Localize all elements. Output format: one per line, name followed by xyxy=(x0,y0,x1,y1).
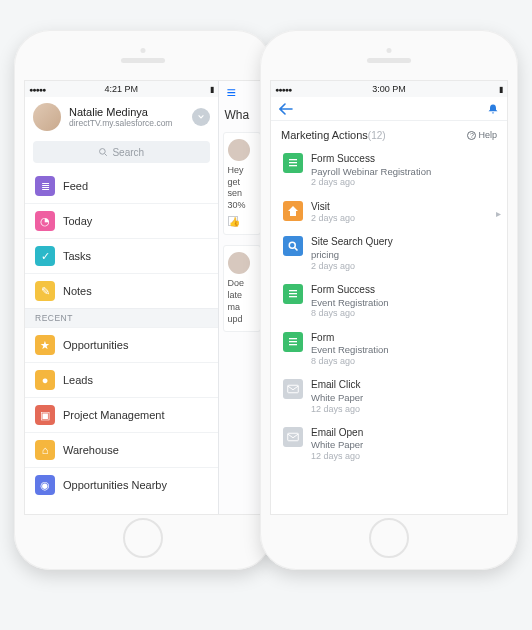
marketing-action-item[interactable]: Form SuccessEvent Registration8 days ago xyxy=(273,278,505,326)
menu-item-opportunities-nearby[interactable]: ◉ Opportunities Nearby xyxy=(25,467,218,502)
action-title: Form Success xyxy=(311,284,389,297)
camera-dot xyxy=(141,48,146,53)
svg-rect-12 xyxy=(289,344,297,345)
mail-icon xyxy=(283,427,303,447)
marketing-action-item[interactable]: Visit2 days ago▸ xyxy=(273,195,505,231)
status-bar: ●●●●● 3:00 PM ▮ xyxy=(271,81,507,97)
screen-left: ●●●●● 4:21 PM ▮ Natalie Medinya directTV… xyxy=(24,80,262,515)
like-icon[interactable]: 👍 xyxy=(228,216,238,226)
action-subtitle: Event Registration xyxy=(311,297,389,309)
menu-label: Opportunities xyxy=(63,339,128,351)
action-time: 8 days ago xyxy=(311,308,389,319)
recent-header: RECENT xyxy=(25,308,218,327)
form-icon xyxy=(283,284,303,304)
search-input[interactable]: Search xyxy=(33,141,210,163)
marketing-action-item[interactable]: FormEvent Registration8 days ago xyxy=(273,326,505,374)
action-subtitle: pricing xyxy=(311,249,393,261)
menu-item-warehouse[interactable]: ⌂ Warehouse xyxy=(25,432,218,467)
nav-header xyxy=(271,97,507,121)
menu-item-tasks[interactable]: ✓ Tasks xyxy=(25,238,218,273)
svg-rect-13 xyxy=(288,386,299,394)
chevron-down-icon[interactable] xyxy=(192,108,210,126)
action-subtitle: White Paper xyxy=(311,392,363,404)
svg-rect-3 xyxy=(289,162,297,163)
action-time: 12 days ago xyxy=(311,404,363,415)
bell-icon[interactable] xyxy=(487,103,499,115)
feed-peek: ≡ Wha Hey get sen 30% 👍 Doe late ma upd xyxy=(219,81,261,514)
menu-item-feed[interactable]: ≣ Feed xyxy=(25,169,218,203)
section-count: (12) xyxy=(368,130,386,141)
menu-label: Project Management xyxy=(63,409,165,421)
hamburger-icon[interactable]: ≡ xyxy=(219,81,261,102)
back-button[interactable] xyxy=(279,103,293,115)
tasks-icon: ✓ xyxy=(35,246,55,266)
peek-card: Hey get sen 30% 👍 xyxy=(223,132,261,235)
action-time: 2 days ago xyxy=(311,261,393,272)
form-icon xyxy=(283,332,303,352)
speaker-slot xyxy=(367,58,411,63)
menu-item-notes[interactable]: ✎ Notes xyxy=(25,273,218,308)
action-title: Form xyxy=(311,332,389,345)
search-icon xyxy=(283,236,303,256)
project-icon: ▣ xyxy=(35,405,55,425)
action-title: Visit xyxy=(311,201,355,214)
today-icon: ◔ xyxy=(35,211,55,231)
camera-dot xyxy=(387,48,392,53)
nav-drawer: ●●●●● 4:21 PM ▮ Natalie Medinya directTV… xyxy=(25,81,219,514)
feed-icon: ≣ xyxy=(35,176,55,196)
search-icon xyxy=(98,147,108,157)
action-title: Email Open xyxy=(311,427,363,440)
action-subtitle: Event Registration xyxy=(311,344,389,356)
opportunities-icon: ★ xyxy=(35,335,55,355)
menu-item-today[interactable]: ◔ Today xyxy=(25,203,218,238)
visit-icon xyxy=(283,201,303,221)
help-link[interactable]: ? Help xyxy=(467,130,497,140)
svg-rect-7 xyxy=(289,290,297,291)
action-text: FormEvent Registration8 days ago xyxy=(311,332,389,368)
action-subtitle: White Paper xyxy=(311,439,363,451)
screen-right: ●●●●● 3:00 PM ▮ Marketing Actions (12) ?… xyxy=(270,80,508,515)
menu-item-leads[interactable]: ● Leads xyxy=(25,362,218,397)
svg-line-6 xyxy=(295,248,298,251)
menu-item-opportunities[interactable]: ★ Opportunities xyxy=(25,327,218,362)
action-subtitle: Payroll Webinar Registration xyxy=(311,166,431,178)
marketing-action-item[interactable]: Site Search Querypricing2 days ago xyxy=(273,230,505,278)
warehouse-icon: ⌂ xyxy=(35,440,55,460)
battery-icon: ▮ xyxy=(210,85,214,94)
phone-right-frame: ●●●●● 3:00 PM ▮ Marketing Actions (12) ?… xyxy=(260,30,518,570)
svg-line-1 xyxy=(105,154,107,156)
home-button[interactable] xyxy=(369,518,409,558)
leads-icon: ● xyxy=(35,370,55,390)
battery-icon: ▮ xyxy=(499,85,503,94)
user-name: Natalie Medinya xyxy=(69,106,172,118)
search-placeholder: Search xyxy=(112,147,144,158)
marketing-action-item[interactable]: Email ClickWhite Paper12 days ago xyxy=(273,373,505,421)
action-time: 12 days ago xyxy=(311,451,363,462)
help-label: Help xyxy=(478,130,497,140)
section-title: Marketing Actions xyxy=(281,129,368,141)
peek-avatar xyxy=(228,252,250,274)
section-header: Marketing Actions (12) ? Help xyxy=(271,121,507,143)
menu-label: Notes xyxy=(63,285,92,297)
menu-label: Feed xyxy=(63,180,88,192)
avatar xyxy=(33,103,61,131)
menu-item-project-management[interactable]: ▣ Project Management xyxy=(25,397,218,432)
menu-label: Opportunities Nearby xyxy=(63,479,167,491)
nearby-icon: ◉ xyxy=(35,475,55,495)
peek-title: Wha xyxy=(219,102,261,132)
action-time: 8 days ago xyxy=(311,356,389,367)
notes-icon: ✎ xyxy=(35,281,55,301)
user-row[interactable]: Natalie Medinya directTV.my.salesforce.c… xyxy=(25,97,218,137)
svg-point-0 xyxy=(100,149,106,155)
action-text: Visit2 days ago xyxy=(311,201,355,225)
marketing-action-item[interactable]: Form SuccessPayroll Webinar Registration… xyxy=(273,147,505,195)
marketing-action-item[interactable]: Email OpenWhite Paper12 days ago xyxy=(273,421,505,469)
form-icon xyxy=(283,153,303,173)
action-title: Email Click xyxy=(311,379,363,392)
menu-label: Leads xyxy=(63,374,93,386)
signal-icon: ●●●●● xyxy=(275,86,291,93)
action-time: 2 days ago xyxy=(311,213,355,224)
home-button[interactable] xyxy=(123,518,163,558)
menu-list: ≣ Feed ◔ Today ✓ Tasks ✎ Notes RECENT ★ xyxy=(25,169,218,514)
chevron-right-icon: ▸ xyxy=(496,207,501,218)
